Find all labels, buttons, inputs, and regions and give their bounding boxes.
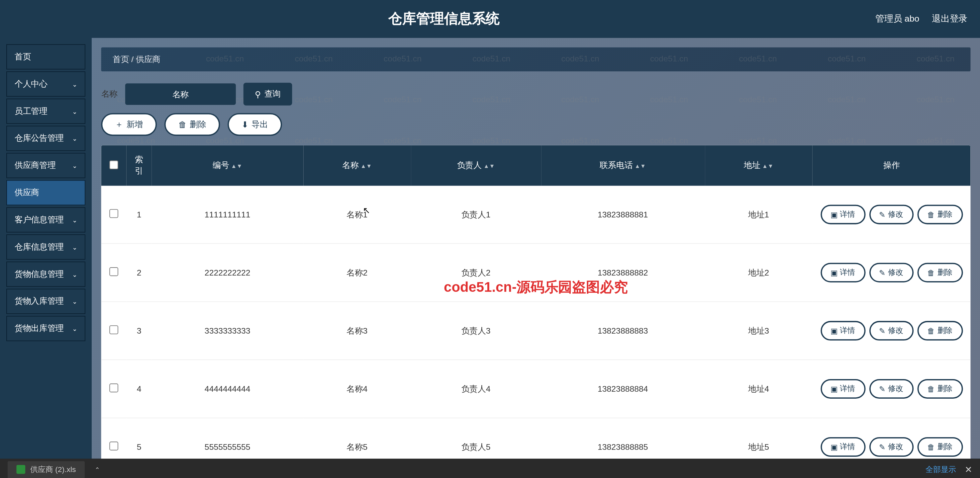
delete-button[interactable]: 🗑删除	[164, 113, 220, 136]
row-delete-button[interactable]: 🗑 删除	[917, 205, 963, 224]
download-chevron-icon[interactable]: ⌃	[91, 462, 103, 477]
cell-name: 名称2	[303, 244, 411, 302]
trash-icon: 🗑	[927, 326, 935, 335]
download-filename: 供应商 (2).xls	[30, 464, 76, 475]
row-delete-button[interactable]: 🗑 删除	[917, 321, 963, 341]
cell-code: 3333333333	[152, 302, 303, 360]
col-phone[interactable]: 联系电话▲▼	[541, 145, 705, 186]
chevron-down-icon: ⌄	[72, 271, 77, 278]
edit-button[interactable]: ✎ 修改	[869, 205, 913, 224]
cell-index: 3	[127, 302, 152, 360]
cell-owner: 负责人4	[411, 360, 541, 418]
chevron-down-icon: ⌄	[72, 325, 77, 332]
data-table: 索引 编号▲▼ 名称▲▼ 负责人▲▼ 联系电话▲▼ 地址▲▼ 操作 1 1111…	[101, 145, 971, 476]
edit-icon: ✎	[879, 384, 885, 393]
menu-notice[interactable]: 仓库公告管理⌄	[6, 126, 85, 151]
row-checkbox[interactable]	[109, 267, 118, 276]
edit-icon: ✎	[879, 210, 885, 219]
show-all-downloads[interactable]: 全部显示	[926, 464, 956, 475]
trash-icon: 🗑	[927, 384, 935, 393]
filter-name-input[interactable]	[125, 83, 236, 105]
menu-outbound[interactable]: 货物出库管理⌄	[6, 316, 85, 341]
cell-phone: 13823888883	[541, 302, 705, 360]
row-checkbox[interactable]	[109, 441, 118, 451]
doc-icon: ▣	[830, 210, 837, 219]
row-delete-button[interactable]: 🗑 删除	[917, 437, 963, 457]
search-icon: ⚲	[255, 89, 261, 99]
menu-home[interactable]: 首页	[6, 44, 85, 69]
cell-index: 4	[127, 360, 152, 418]
sort-icon: ▲▼	[484, 164, 495, 168]
menu-goods[interactable]: 货物信息管理⌄	[6, 262, 85, 287]
col-owner[interactable]: 负责人▲▼	[411, 145, 541, 186]
chevron-down-icon: ⌄	[72, 162, 77, 169]
breadcrumb-sep: /	[131, 54, 134, 64]
edit-button[interactable]: ✎ 修改	[869, 321, 913, 341]
cell-address: 地址4	[705, 360, 812, 418]
cell-code: 2222222222	[152, 244, 303, 302]
sort-icon: ▲▼	[762, 164, 773, 168]
app-root: 仓库管理信息系统 管理员 abo 退出登录 首页 个人中心⌄ 员工管理⌄ 仓库公…	[0, 0, 980, 478]
trash-icon: 🗑	[927, 210, 935, 219]
table-row: 1 1111111111 名称1 负责人1 13823888881 地址1 ▣ …	[101, 186, 971, 244]
sort-icon: ▲▼	[635, 164, 646, 168]
col-index: 索引	[127, 145, 152, 186]
browser-download-bar: 供应商 (2).xls ⌃ 全部显示 ✕	[0, 459, 980, 478]
export-button[interactable]: ⬇导出	[228, 113, 282, 136]
logout-link[interactable]: 退出登录	[932, 13, 967, 25]
chevron-down-icon: ⌄	[72, 298, 77, 305]
cell-phone: 13823888884	[541, 360, 705, 418]
row-checkbox[interactable]	[109, 325, 118, 334]
breadcrumb: 首页 / 供应商	[101, 48, 971, 71]
app-header: 仓库管理信息系统 管理员 abo 退出登录	[0, 0, 980, 38]
current-user[interactable]: 管理员 abo	[875, 13, 919, 25]
download-icon: ⬇	[242, 120, 248, 129]
edit-button[interactable]: ✎ 修改	[869, 263, 913, 283]
select-all-checkbox[interactable]	[109, 160, 118, 169]
close-download-bar[interactable]: ✕	[965, 464, 972, 474]
menu-supplier-list[interactable]: 供应商	[6, 180, 85, 205]
cell-name: 名称1	[303, 186, 411, 244]
sidebar: 首页 个人中心⌄ 员工管理⌄ 仓库公告管理⌄ 供应商管理⌄ 供应商 客户信息管理…	[0, 38, 92, 459]
trash-icon: 🗑	[178, 120, 187, 129]
detail-button[interactable]: ▣ 详情	[820, 263, 865, 283]
detail-button[interactable]: ▣ 详情	[820, 379, 865, 399]
row-checkbox[interactable]	[109, 383, 118, 392]
doc-icon: ▣	[830, 443, 837, 451]
cell-address: 地址1	[705, 186, 812, 244]
detail-button[interactable]: ▣ 详情	[820, 437, 865, 457]
menu-profile[interactable]: 个人中心⌄	[6, 71, 85, 97]
menu-staff[interactable]: 员工管理⌄	[6, 98, 85, 124]
edit-icon: ✎	[879, 443, 885, 451]
row-delete-button[interactable]: 🗑 删除	[917, 379, 963, 399]
menu-supplier[interactable]: 供应商管理⌄	[6, 153, 85, 178]
filter-name-label: 名称	[101, 88, 118, 100]
row-delete-button[interactable]: 🗑 删除	[917, 263, 963, 283]
menu-customer[interactable]: 客户信息管理⌄	[6, 207, 85, 232]
cell-phone: 13823888881	[541, 186, 705, 244]
edit-button[interactable]: ✎ 修改	[869, 379, 913, 399]
doc-icon: ▣	[830, 326, 837, 335]
menu-warehouse[interactable]: 仓库信息管理⌄	[6, 234, 85, 260]
doc-icon: ▣	[830, 268, 837, 277]
detail-button[interactable]: ▣ 详情	[820, 321, 865, 341]
app-title: 仓库管理信息系统	[13, 10, 875, 29]
row-checkbox[interactable]	[109, 209, 118, 218]
col-code[interactable]: 编号▲▼	[152, 145, 303, 186]
add-button[interactable]: ＋新增	[101, 113, 157, 136]
download-file-chip[interactable]: 供应商 (2).xls	[8, 461, 85, 478]
col-address[interactable]: 地址▲▼	[705, 145, 812, 186]
menu-inbound[interactable]: 货物入库管理⌄	[6, 289, 85, 314]
detail-button[interactable]: ▣ 详情	[820, 205, 865, 224]
chevron-down-icon: ⌄	[72, 135, 77, 142]
query-button[interactable]: ⚲ 查询	[243, 83, 292, 106]
cell-name: 名称3	[303, 302, 411, 360]
main-content: code51.cncode51.cncode51.cncode51.cncode…	[92, 38, 980, 459]
breadcrumb-home[interactable]: 首页	[113, 54, 129, 64]
chevron-down-icon: ⌄	[72, 81, 77, 87]
col-name[interactable]: 名称▲▼	[303, 145, 411, 186]
cell-owner: 负责人3	[411, 302, 541, 360]
cell-code: 4444444444	[152, 360, 303, 418]
edit-button[interactable]: ✎ 修改	[869, 437, 913, 457]
chevron-down-icon: ⌄	[72, 216, 77, 223]
